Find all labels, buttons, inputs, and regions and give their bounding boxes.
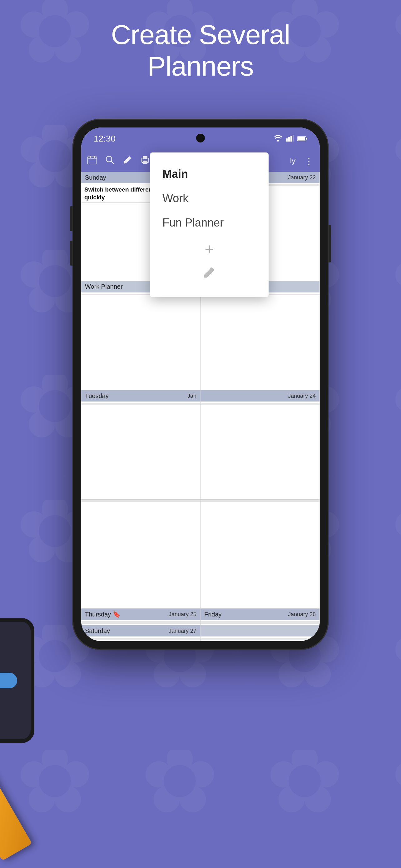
svg-rect-2 [291, 136, 292, 142]
calendar-day-saturday: Saturday January 27 [81, 625, 201, 641]
second-phone-screen: ↩ [0, 622, 31, 739]
svg-rect-14 [143, 156, 147, 159]
planner-work[interactable]: Work [162, 186, 256, 211]
phone-screen: 12:30 [81, 127, 320, 641]
saturday-label: Saturday [85, 627, 110, 634]
page-title: Create Several Planners [0, 19, 401, 82]
calendar-day-jan24: January 24 [201, 390, 320, 500]
tuesday-label: Tuesday [85, 393, 109, 400]
add-planner-icon[interactable]: + [205, 241, 213, 257]
search-icon[interactable] [106, 156, 114, 166]
jan24-header: January 24 [201, 390, 320, 402]
saturday-header: Saturday January 27 [81, 625, 200, 637]
svg-rect-3 [293, 135, 294, 142]
signal-icon [286, 134, 294, 144]
calendar-day-thursday: Thursday 🔖 January 25 [81, 609, 201, 625]
tuesday-date: Jan [188, 393, 196, 399]
thursday-date: January 25 [169, 611, 196, 618]
friday-label: Friday [204, 611, 222, 618]
planner-main[interactable]: Main [162, 162, 256, 186]
more-options-icon[interactable]: ⋮ [304, 156, 313, 166]
svg-rect-5 [298, 137, 305, 140]
thursday-label: Thursday 🔖 [85, 611, 121, 618]
phone-button-vol-up [70, 206, 72, 231]
svg-rect-15 [143, 161, 147, 164]
work-planner-label: Work Planner [85, 283, 123, 290]
calendar-day-friday: Friday January 26 [201, 609, 320, 625]
phone-mockup: 12:30 [72, 119, 329, 650]
planner-fun[interactable]: Fun Planner [162, 211, 256, 235]
svg-rect-10 [94, 156, 95, 158]
tuesday-header: Tuesday Jan [81, 390, 200, 402]
planner-edit-section [162, 266, 256, 281]
toolbar-weekly-label: ly [290, 157, 295, 165]
phone-button-vol-down [70, 241, 72, 266]
jan22-date: January 22 [288, 174, 316, 181]
calendar-day-blank1 [201, 281, 320, 391]
calendar-day-work-planner: Work Planner [81, 281, 201, 391]
work-planner-content [81, 292, 200, 390]
svg-rect-7 [88, 157, 97, 164]
status-time: 12:30 [94, 134, 115, 144]
jan24-date: January 24 [288, 393, 316, 399]
svg-rect-0 [286, 138, 288, 142]
thursday-header: Thursday 🔖 January 25 [81, 609, 200, 620]
svg-rect-1 [288, 137, 290, 142]
friday-header: Friday January 26 [201, 609, 320, 620]
phone-frame: 12:30 [72, 119, 329, 650]
print-icon[interactable] [140, 156, 150, 166]
calendar-icon[interactable] [88, 156, 97, 166]
phone-button-power [329, 225, 331, 262]
calendar-day-blank2 [81, 500, 201, 609]
second-phone: ↩ [0, 618, 34, 743]
battery-icon [297, 134, 307, 144]
svg-rect-9 [90, 156, 91, 158]
svg-rect-8 [88, 158, 97, 159]
calendar-day-blank4 [201, 625, 320, 641]
wifi-icon [274, 134, 282, 144]
sunday-label: Sunday [85, 174, 106, 181]
camera-notch [196, 134, 205, 143]
edit-planners-icon[interactable] [203, 266, 215, 281]
calendar-day-blank3 [201, 500, 320, 609]
svg-rect-6 [306, 138, 307, 140]
status-icons [274, 134, 307, 144]
planner-dropdown: Main Work Fun Planner + [150, 153, 269, 297]
brush-icon[interactable] [123, 156, 132, 166]
planner-add-section: + [162, 241, 256, 257]
calendar-day-tuesday: Tuesday Jan [81, 390, 201, 500]
friday-date: January 26 [288, 611, 316, 618]
second-phone-button-1: ↩ [0, 673, 17, 688]
svg-line-12 [111, 161, 114, 164]
saturday-date: January 27 [169, 628, 196, 634]
